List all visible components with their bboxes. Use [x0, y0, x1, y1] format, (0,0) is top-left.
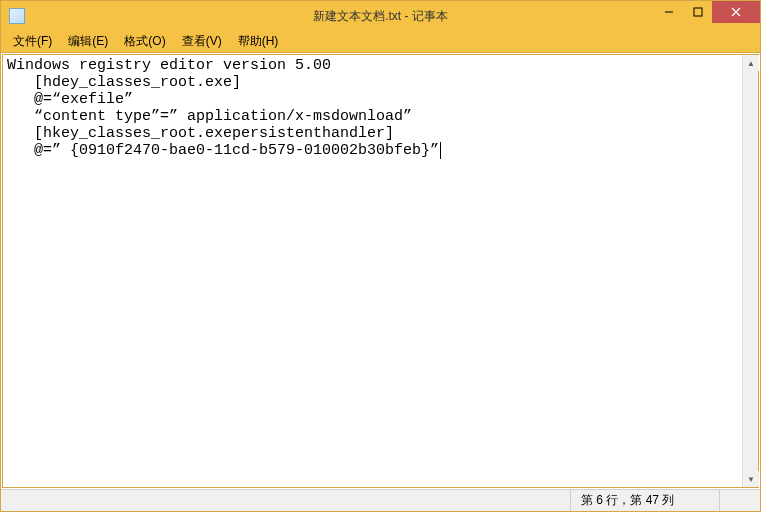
window-title: 新建文本文档.txt - 记事本 — [1, 8, 760, 25]
minimize-button[interactable] — [654, 1, 684, 23]
text-editor[interactable]: Windows registry editor version 5.00 [hd… — [3, 55, 742, 487]
cursor-position: 第 6 行，第 47 列 — [570, 490, 720, 511]
window-controls — [654, 1, 760, 31]
titlebar[interactable]: 新建文本文档.txt - 记事本 — [1, 1, 760, 31]
maximize-button[interactable] — [684, 1, 712, 23]
notepad-window: 新建文本文档.txt - 记事本 文件(F) 编辑(E) 格式(O) 查看(V)… — [0, 0, 761, 512]
menu-help[interactable]: 帮助(H) — [230, 31, 287, 52]
scroll-down-icon[interactable]: ▼ — [743, 471, 759, 487]
minimize-icon — [664, 7, 674, 17]
editor-wrap: Windows registry editor version 5.00 [hd… — [2, 54, 759, 488]
menu-format[interactable]: 格式(O) — [116, 31, 173, 52]
statusbar: 第 6 行，第 47 列 — [1, 489, 760, 511]
vertical-scrollbar[interactable]: ▲ ▼ — [742, 55, 758, 487]
close-button[interactable] — [712, 1, 760, 23]
menu-file[interactable]: 文件(F) — [5, 31, 60, 52]
menu-view[interactable]: 查看(V) — [174, 31, 230, 52]
menu-edit[interactable]: 编辑(E) — [60, 31, 116, 52]
app-icon — [9, 8, 25, 24]
scroll-up-icon[interactable]: ▲ — [743, 55, 759, 71]
text-caret — [440, 142, 450, 159]
menubar: 文件(F) 编辑(E) 格式(O) 查看(V) 帮助(H) — [1, 31, 760, 53]
close-icon — [731, 7, 741, 17]
maximize-icon — [693, 7, 703, 17]
svg-rect-1 — [694, 8, 702, 16]
